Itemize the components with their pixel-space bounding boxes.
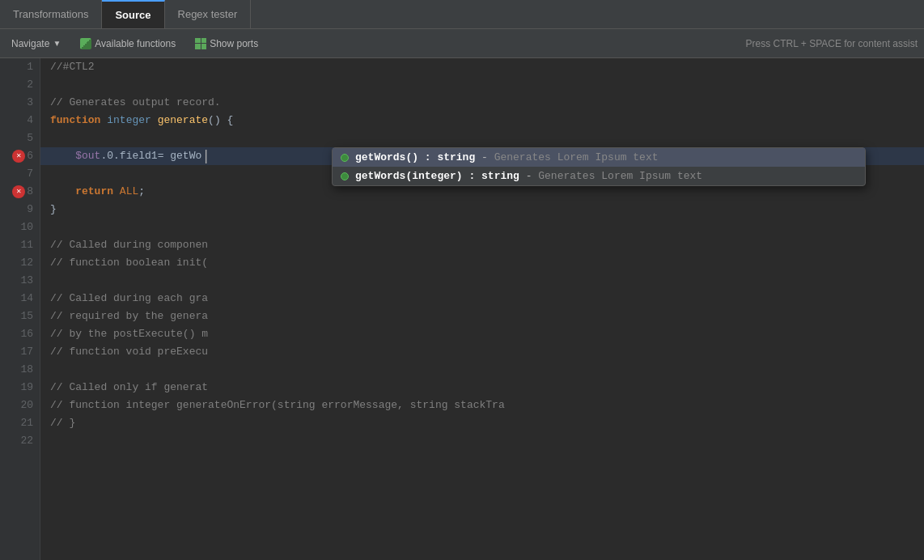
tab-source[interactable]: Source xyxy=(102,0,164,28)
line-num-20: 20 xyxy=(0,397,40,414)
autocomplete-item-1[interactable]: getWords() : string - Generates Lorem Ip… xyxy=(333,148,865,167)
editor: 1 2 3 4 5 ✕6 7 ✕8 9 10 11 12 13 14 15 16… xyxy=(0,58,924,560)
line-num-12: 12 xyxy=(0,254,40,272)
autocomplete-item-1-text: getWords() : string - Generates Lorem Ip… xyxy=(355,151,659,163)
line-num-6: ✕6 xyxy=(0,147,40,165)
error-badge-6: ✕ xyxy=(12,150,25,163)
code-line-17: // function void preExecu xyxy=(40,343,924,361)
line-num-1: 1 xyxy=(0,58,40,76)
code-line-14: // Called during each gra xyxy=(40,290,924,308)
line-num-21: 21 xyxy=(0,414,40,432)
code-line-16: // by the postExecute() m xyxy=(40,325,924,343)
code-line-18 xyxy=(40,361,924,379)
available-functions-button[interactable]: Available functions xyxy=(75,36,180,51)
code-line-2 xyxy=(40,76,924,94)
line-num-7: 7 xyxy=(0,165,40,183)
show-ports-icon xyxy=(195,38,206,49)
line-num-3: 3 xyxy=(0,94,40,112)
text-cursor: | xyxy=(201,147,210,165)
tab-transformations[interactable]: Transformations xyxy=(0,0,102,28)
line-num-9: 9 xyxy=(0,201,40,218)
error-badge-8: ✕ xyxy=(12,185,25,198)
line-num-10: 10 xyxy=(0,218,40,236)
line-num-18: 18 xyxy=(0,361,40,379)
keyboard-hint: Press CTRL + SPACE for content assist xyxy=(746,38,918,49)
available-functions-icon xyxy=(80,38,91,49)
autocomplete-item-2[interactable]: getWords(integer) : string - Generates L… xyxy=(333,167,865,185)
code-line-19: // Called only if generat xyxy=(40,379,924,397)
code-line-9: } xyxy=(40,201,924,218)
available-functions-label: Available functions xyxy=(95,38,176,49)
code-line-10 xyxy=(40,218,924,236)
code-line-1: //#CTL2 xyxy=(40,58,924,76)
line-num-13: 13 xyxy=(0,272,40,290)
navigate-dropdown-icon: ▼ xyxy=(53,39,61,48)
line-num-8: ✕8 xyxy=(0,183,40,201)
autocomplete-item-2-text: getWords(integer) : string - Generates L… xyxy=(355,170,702,182)
code-line-21: // } xyxy=(40,414,924,432)
tab-regex-tester[interactable]: Regex tester xyxy=(165,0,252,28)
line-num-15: 15 xyxy=(0,308,40,325)
code-line-5 xyxy=(40,129,924,147)
line-num-14: 14 xyxy=(0,290,40,308)
line-num-4: 4 xyxy=(0,112,40,129)
show-ports-label: Show ports xyxy=(210,38,258,49)
code-line-11: // Called during componen xyxy=(40,236,924,254)
code-line-15: // required by the genera xyxy=(40,308,924,325)
navigate-button[interactable]: Navigate ▼ xyxy=(6,36,66,51)
code-line-13 xyxy=(40,272,924,290)
autocomplete-dropdown[interactable]: getWords() : string - Generates Lorem Ip… xyxy=(332,147,866,186)
code-line-4: function integer generate () { xyxy=(40,112,924,129)
line-num-5: 5 xyxy=(0,129,40,147)
toolbar: Navigate ▼ Available functions Show port… xyxy=(0,29,924,58)
line-num-11: 11 xyxy=(0,236,40,254)
line-num-2: 2 xyxy=(0,76,40,94)
method-icon-1 xyxy=(341,154,349,162)
navigate-label: Navigate xyxy=(11,38,49,49)
tab-bar: Transformations Source Regex tester xyxy=(0,0,924,29)
line-num-16: 16 xyxy=(0,325,40,343)
line-num-19: 19 xyxy=(0,379,40,397)
line-num-17: 17 xyxy=(0,343,40,361)
code-line-20: // function integer generateOnError(stri… xyxy=(40,397,924,414)
code-line-12: // function boolean init( xyxy=(40,254,924,272)
code-line-3: // Generates output record. xyxy=(40,94,924,112)
code-line-22 xyxy=(40,432,924,450)
line-num-22: 22 xyxy=(0,432,40,450)
code-editor[interactable]: //#CTL2 // Generates output record. func… xyxy=(40,58,924,560)
method-icon-2 xyxy=(341,172,349,180)
line-numbers: 1 2 3 4 5 ✕6 7 ✕8 9 10 11 12 13 14 15 16… xyxy=(0,58,40,560)
show-ports-button[interactable]: Show ports xyxy=(190,36,263,51)
